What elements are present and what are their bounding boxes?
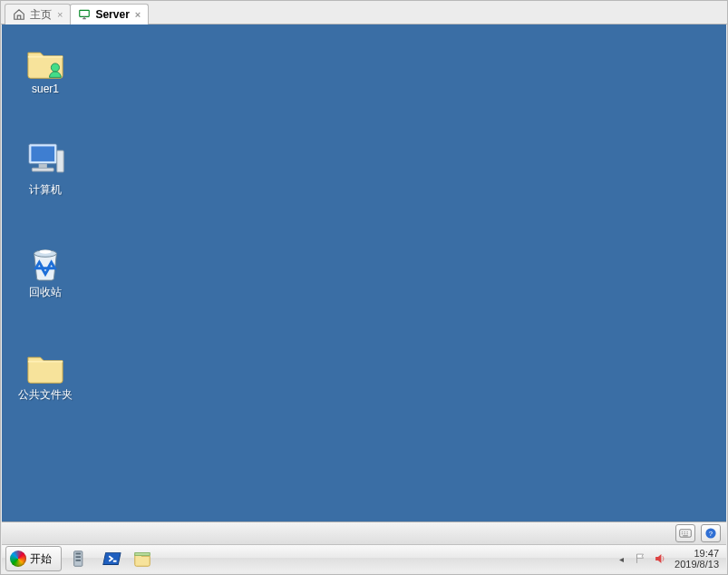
taskbar-clock[interactable]: 19:47 2019/8/13 <box>673 548 721 570</box>
svg-point-8 <box>39 249 51 253</box>
recycle-bin-icon <box>11 243 80 283</box>
svg-rect-15 <box>76 560 82 561</box>
taskbar-pinned-server-manager[interactable] <box>67 547 94 570</box>
desktop-icon-label: suer1 <box>11 83 80 95</box>
svg-rect-6 <box>57 151 63 172</box>
desktop-icon-grid: suer1 计算机 <box>11 41 80 403</box>
svg-rect-4 <box>39 164 47 169</box>
volume-icon[interactable] <box>653 551 667 566</box>
svg-rect-14 <box>76 556 82 558</box>
keyboard-icon[interactable] <box>675 524 695 542</box>
guest-status-strip: ? <box>2 521 726 545</box>
host-tab-server[interactable]: Server × <box>70 4 149 24</box>
host-tab-label: Server <box>95 8 129 21</box>
close-icon[interactable]: × <box>135 9 141 20</box>
powershell-icon <box>102 549 121 569</box>
taskbar-pinned-explorer[interactable] <box>129 547 156 570</box>
clock-date: 2019/8/13 <box>675 559 719 570</box>
svg-rect-5 <box>32 168 53 171</box>
svg-text:?: ? <box>709 530 713 538</box>
start-button-label: 开始 <box>30 551 52 567</box>
desktop-icon-label: 公共文件夹 <box>11 387 80 403</box>
monitor-icon <box>78 8 91 21</box>
desktop-icon-user-folder[interactable]: suer1 <box>11 41 80 95</box>
desktop-icon-label: 回收站 <box>11 285 80 300</box>
desktop-icon-recycle-bin[interactable]: 回收站 <box>11 243 80 300</box>
desktop-icon-public-folder[interactable]: 公共文件夹 <box>11 346 80 403</box>
taskbar: 开始 ◂ 19:47 201 <box>2 544 726 572</box>
action-flag-icon[interactable] <box>633 551 647 566</box>
desktop-icon-label: 计算机 <box>11 182 80 198</box>
start-button[interactable]: 开始 <box>5 546 62 571</box>
svg-rect-13 <box>76 553 82 555</box>
taskbar-pinned-powershell[interactable] <box>98 547 125 570</box>
server-manager-icon <box>71 549 91 569</box>
home-icon <box>13 8 25 21</box>
host-tab-bar: 主页 × Server × <box>1 1 727 24</box>
clock-time: 19:47 <box>675 548 719 559</box>
desktop-icon-computer[interactable]: 计算机 <box>11 141 80 198</box>
host-tab-home[interactable]: 主页 × <box>5 4 71 24</box>
svg-rect-3 <box>31 146 54 161</box>
host-tab-label: 主页 <box>30 7 52 23</box>
help-icon[interactable]: ? <box>701 524 721 542</box>
svg-point-1 <box>51 63 59 72</box>
folder-icon <box>11 346 80 385</box>
user-folder-icon <box>11 41 80 81</box>
system-tray: ◂ 19:47 2019/8/13 <box>610 545 726 572</box>
svg-rect-16 <box>135 553 150 556</box>
windows-orb-icon <box>10 551 26 567</box>
explorer-icon <box>132 549 152 569</box>
computer-icon <box>11 141 80 180</box>
svg-rect-0 <box>80 10 90 16</box>
close-icon[interactable]: × <box>57 9 63 20</box>
tray-overflow-chevron[interactable]: ◂ <box>616 554 627 564</box>
remote-desktop-viewport[interactable]: suer1 计算机 <box>2 24 726 572</box>
